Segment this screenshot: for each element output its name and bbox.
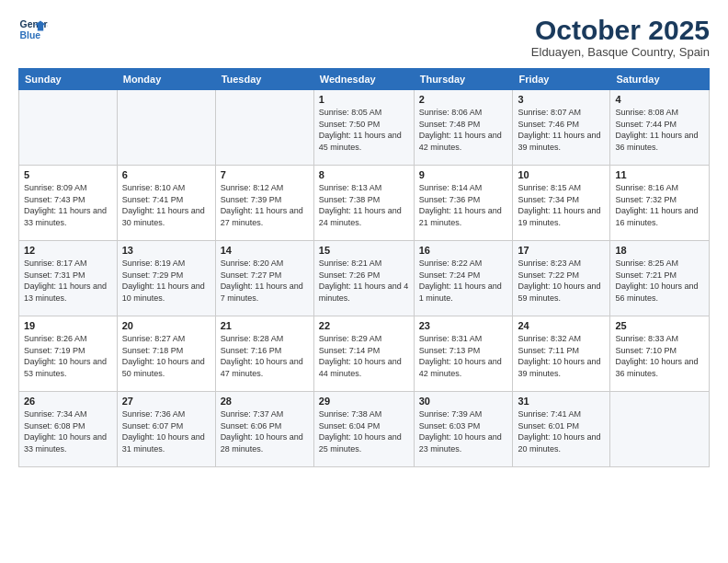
day-info: Sunrise: 8:12 AM Sunset: 7:39 PM Dayligh…: [221, 182, 309, 228]
table-cell: [610, 392, 710, 467]
day-number: 13: [122, 245, 210, 256]
table-cell: 9Sunrise: 8:14 AM Sunset: 7:36 PM Daylig…: [414, 166, 513, 241]
day-number: 19: [24, 320, 112, 331]
day-info: Sunrise: 8:06 AM Sunset: 7:48 PM Dayligh…: [419, 107, 508, 153]
table-cell: 20Sunrise: 8:27 AM Sunset: 7:18 PM Dayli…: [117, 316, 215, 392]
day-info: Sunrise: 7:38 AM Sunset: 6:04 PM Dayligh…: [319, 408, 409, 454]
week-row-5: 26Sunrise: 7:34 AM Sunset: 6:08 PM Dayli…: [19, 392, 710, 467]
table-cell: 22Sunrise: 8:29 AM Sunset: 7:14 PM Dayli…: [313, 316, 414, 392]
table-cell: 5Sunrise: 8:09 AM Sunset: 7:43 PM Daylig…: [19, 166, 118, 241]
day-number: 27: [122, 396, 210, 407]
day-number: 6: [122, 169, 210, 180]
day-info: Sunrise: 8:20 AM Sunset: 7:27 PM Dayligh…: [221, 258, 309, 304]
day-info: Sunrise: 7:37 AM Sunset: 6:06 PM Dayligh…: [221, 408, 309, 454]
day-info: Sunrise: 8:26 AM Sunset: 7:19 PM Dayligh…: [24, 333, 112, 379]
table-cell: [117, 90, 215, 166]
week-row-2: 5Sunrise: 8:09 AM Sunset: 7:43 PM Daylig…: [19, 166, 710, 241]
day-number: 29: [319, 396, 409, 407]
table-cell: 14Sunrise: 8:20 AM Sunset: 7:27 PM Dayli…: [215, 241, 313, 316]
day-number: 8: [319, 169, 409, 180]
day-number: 15: [319, 245, 409, 256]
day-info: Sunrise: 8:19 AM Sunset: 7:29 PM Dayligh…: [122, 258, 210, 304]
week-row-1: 1Sunrise: 8:05 AM Sunset: 7:50 PM Daylig…: [19, 90, 710, 166]
table-cell: 16Sunrise: 8:22 AM Sunset: 7:24 PM Dayli…: [414, 241, 513, 316]
table-cell: 29Sunrise: 7:38 AM Sunset: 6:04 PM Dayli…: [313, 392, 414, 467]
day-number: 22: [319, 320, 409, 331]
table-cell: 15Sunrise: 8:21 AM Sunset: 7:26 PM Dayli…: [313, 241, 414, 316]
day-number: 5: [24, 169, 112, 180]
day-info: Sunrise: 8:25 AM Sunset: 7:21 PM Dayligh…: [615, 258, 704, 304]
logo: General Blue: [18, 15, 48, 44]
table-cell: 7Sunrise: 8:12 AM Sunset: 7:39 PM Daylig…: [215, 166, 313, 241]
day-info: Sunrise: 8:31 AM Sunset: 7:13 PM Dayligh…: [419, 333, 508, 379]
day-number: 16: [419, 245, 508, 256]
day-number: 31: [518, 396, 605, 407]
day-info: Sunrise: 8:33 AM Sunset: 7:10 PM Dayligh…: [615, 333, 704, 379]
svg-text:Blue: Blue: [20, 30, 41, 40]
day-info: Sunrise: 8:23 AM Sunset: 7:22 PM Dayligh…: [518, 258, 605, 304]
day-number: 26: [24, 396, 112, 407]
day-number: 25: [615, 320, 704, 331]
day-info: Sunrise: 8:13 AM Sunset: 7:38 PM Dayligh…: [319, 182, 409, 228]
table-cell: 3Sunrise: 8:07 AM Sunset: 7:46 PM Daylig…: [513, 90, 610, 166]
header-saturday: Saturday: [610, 69, 710, 90]
day-info: Sunrise: 7:41 AM Sunset: 6:01 PM Dayligh…: [518, 408, 605, 454]
day-info: Sunrise: 8:07 AM Sunset: 7:46 PM Dayligh…: [518, 107, 605, 153]
title-block: October 2025 Elduayen, Basque Country, S…: [531, 15, 710, 59]
location: Elduayen, Basque Country, Spain: [531, 45, 710, 59]
day-info: Sunrise: 8:32 AM Sunset: 7:11 PM Dayligh…: [518, 333, 605, 379]
day-info: Sunrise: 8:10 AM Sunset: 7:41 PM Dayligh…: [122, 182, 210, 228]
table-cell: 25Sunrise: 8:33 AM Sunset: 7:10 PM Dayli…: [610, 316, 710, 392]
week-row-3: 12Sunrise: 8:17 AM Sunset: 7:31 PM Dayli…: [19, 241, 710, 316]
day-number: 20: [122, 320, 210, 331]
logo-icon: General Blue: [18, 15, 48, 44]
week-row-4: 19Sunrise: 8:26 AM Sunset: 7:19 PM Dayli…: [19, 316, 710, 392]
day-number: 18: [615, 245, 704, 256]
header-tuesday: Tuesday: [215, 69, 313, 90]
day-number: 10: [518, 169, 605, 180]
table-cell: 17Sunrise: 8:23 AM Sunset: 7:22 PM Dayli…: [513, 241, 610, 316]
day-number: 24: [518, 320, 605, 331]
day-info: Sunrise: 8:28 AM Sunset: 7:16 PM Dayligh…: [221, 333, 309, 379]
day-info: Sunrise: 8:08 AM Sunset: 7:44 PM Dayligh…: [615, 107, 704, 153]
table-cell: 21Sunrise: 8:28 AM Sunset: 7:16 PM Dayli…: [215, 316, 313, 392]
day-number: 11: [615, 169, 704, 180]
day-number: 2: [419, 94, 508, 105]
day-number: 4: [615, 94, 704, 105]
table-cell: 6Sunrise: 8:10 AM Sunset: 7:41 PM Daylig…: [117, 166, 215, 241]
day-number: 7: [221, 169, 309, 180]
header-sunday: Sunday: [19, 69, 118, 90]
table-cell: 24Sunrise: 8:32 AM Sunset: 7:11 PM Dayli…: [513, 316, 610, 392]
day-info: Sunrise: 8:27 AM Sunset: 7:18 PM Dayligh…: [122, 333, 210, 379]
day-number: 28: [221, 396, 309, 407]
table-cell: 26Sunrise: 7:34 AM Sunset: 6:08 PM Dayli…: [19, 392, 118, 467]
table-cell: 4Sunrise: 8:08 AM Sunset: 7:44 PM Daylig…: [610, 90, 710, 166]
day-number: 23: [419, 320, 508, 331]
table-cell: 27Sunrise: 7:36 AM Sunset: 6:07 PM Dayli…: [117, 392, 215, 467]
day-info: Sunrise: 8:05 AM Sunset: 7:50 PM Dayligh…: [319, 107, 409, 153]
day-number: 3: [518, 94, 605, 105]
day-number: 9: [419, 169, 508, 180]
weekday-header-row: Sunday Monday Tuesday Wednesday Thursday…: [19, 69, 710, 90]
table-cell: 23Sunrise: 8:31 AM Sunset: 7:13 PM Dayli…: [414, 316, 513, 392]
day-info: Sunrise: 7:39 AM Sunset: 6:03 PM Dayligh…: [419, 408, 508, 454]
header: General Blue October 2025 Elduayen, Basq…: [18, 15, 710, 59]
day-info: Sunrise: 8:17 AM Sunset: 7:31 PM Dayligh…: [24, 258, 112, 304]
table-cell: 28Sunrise: 7:37 AM Sunset: 6:06 PM Dayli…: [215, 392, 313, 467]
day-info: Sunrise: 7:36 AM Sunset: 6:07 PM Dayligh…: [122, 408, 210, 454]
day-info: Sunrise: 8:09 AM Sunset: 7:43 PM Dayligh…: [24, 182, 112, 228]
day-number: 21: [221, 320, 309, 331]
table-cell: 2Sunrise: 8:06 AM Sunset: 7:48 PM Daylig…: [414, 90, 513, 166]
day-number: 30: [419, 396, 508, 407]
page: General Blue October 2025 Elduayen, Basq…: [0, 0, 728, 563]
day-number: 1: [319, 94, 409, 105]
month-title: October 2025: [531, 15, 710, 45]
day-info: Sunrise: 8:29 AM Sunset: 7:14 PM Dayligh…: [319, 333, 409, 379]
day-info: Sunrise: 8:15 AM Sunset: 7:34 PM Dayligh…: [518, 182, 605, 228]
table-cell: 13Sunrise: 8:19 AM Sunset: 7:29 PM Dayli…: [117, 241, 215, 316]
table-cell: 1Sunrise: 8:05 AM Sunset: 7:50 PM Daylig…: [313, 90, 414, 166]
table-cell: 19Sunrise: 8:26 AM Sunset: 7:19 PM Dayli…: [19, 316, 118, 392]
table-cell: [215, 90, 313, 166]
table-cell: 8Sunrise: 8:13 AM Sunset: 7:38 PM Daylig…: [313, 166, 414, 241]
day-info: Sunrise: 8:14 AM Sunset: 7:36 PM Dayligh…: [419, 182, 508, 228]
